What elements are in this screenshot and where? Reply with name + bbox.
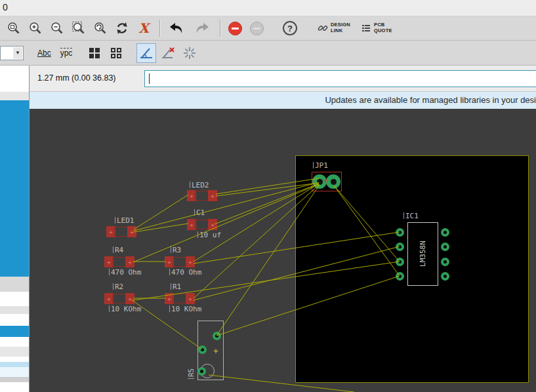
pcb-editor-window: 0 X <box>0 0 536 392</box>
redo-button[interactable] <box>190 18 214 38</box>
sidebar-row[interactable] <box>0 66 29 92</box>
zoom-redraw-icon <box>93 21 108 35</box>
sidebar-row[interactable] <box>0 314 29 326</box>
component-r2[interactable] <box>104 293 134 304</box>
zoom-select-button[interactable] <box>69 18 89 38</box>
show-names-toggle[interactable]: Abc <box>34 46 54 60</box>
go-disabled-icon <box>250 22 264 35</box>
zoom-in-icon <box>28 21 43 35</box>
go-button[interactable] <box>247 18 266 38</box>
through-hole-pad[interactable] <box>396 272 404 281</box>
sidebar-row[interactable] <box>0 382 29 392</box>
text-caret <box>149 73 150 84</box>
drill-hole <box>443 260 447 264</box>
sidebar-row[interactable] <box>0 357 29 362</box>
footprint-outline <box>112 257 127 267</box>
drill-hole <box>331 179 337 185</box>
undo-icon <box>168 21 185 35</box>
smd-pad[interactable] <box>125 256 134 267</box>
view-toolbar: ▼ Abc ypc <box>0 41 536 66</box>
redo-icon <box>194 21 211 35</box>
drill-hole <box>398 275 402 278</box>
help-button[interactable]: ? <box>280 18 300 38</box>
sidebar-row[interactable] <box>0 377 29 382</box>
zoom-in-button[interactable] <box>26 18 45 38</box>
through-hole-pad[interactable] <box>213 332 221 340</box>
through-hole-pad[interactable] <box>197 367 206 376</box>
sidebar-row[interactable] <box>0 337 29 347</box>
through-hole-pad[interactable] <box>396 258 404 266</box>
sidebar-row[interactable] <box>0 306 29 314</box>
smd-pad[interactable] <box>125 293 134 304</box>
footprint-outline <box>195 220 209 229</box>
library-update-banner: Updates are available for managed librar… <box>30 92 536 109</box>
component-c1[interactable] <box>187 219 217 230</box>
pcb-quote-label: PCB QUOTE <box>374 22 392 33</box>
show-values-toggle[interactable]: ypc <box>57 46 76 60</box>
smd-pad[interactable] <box>186 256 195 267</box>
layer-select[interactable]: ▼ <box>0 46 24 60</box>
sidebar-row[interactable] <box>0 92 29 100</box>
snap-mark-button[interactable] <box>180 43 199 63</box>
show-values-label: ypc <box>60 48 73 58</box>
through-hole-pad[interactable] <box>326 174 340 189</box>
sidebar-row[interactable] <box>0 277 29 292</box>
refresh-button[interactable] <box>112 18 132 38</box>
footprint-outline <box>195 191 209 201</box>
angle-snap-off-button[interactable] <box>158 43 178 63</box>
grid-alt-button[interactable] <box>106 43 126 63</box>
board-canvas[interactable]: LED2 C1 10 uf LED1 R4 470 Ohm <box>30 109 536 392</box>
angle-snap-on-button[interactable] <box>136 43 156 63</box>
sidebar-row[interactable] <box>0 292 29 306</box>
last-command-button[interactable]: X <box>134 18 154 38</box>
component-r3[interactable] <box>165 256 195 267</box>
sidebar-row[interactable] <box>0 367 29 377</box>
drill-hole <box>443 275 447 278</box>
component-value-label: 470 Ohm <box>169 268 201 277</box>
component-ref-label: R2 <box>113 283 123 291</box>
pcb-quote-button[interactable]: PCB QUOTE <box>356 18 398 38</box>
zoom-out-button[interactable] <box>47 18 67 38</box>
design-link-button[interactable]: DESIGN LINK <box>312 18 356 38</box>
component-ref-label: LED1 <box>115 216 134 225</box>
smd-pad[interactable] <box>208 219 217 230</box>
zoom-out-icon <box>50 21 64 35</box>
component-ref-label: R3 <box>171 246 181 254</box>
component-led2[interactable] <box>187 190 217 201</box>
grid-dots-icon <box>111 48 121 58</box>
command-input[interactable] <box>144 70 536 87</box>
drill-hole <box>398 245 402 248</box>
sidebar-selection[interactable] <box>0 326 29 337</box>
sidebar-row[interactable] <box>0 347 29 357</box>
left-panel <box>0 66 30 392</box>
through-hole-pad[interactable] <box>396 243 404 251</box>
component-value-label: 470 Ohm <box>109 268 141 277</box>
through-hole-pad[interactable] <box>441 258 449 266</box>
through-hole-pad[interactable] <box>441 228 449 237</box>
zoom-fit-button[interactable] <box>4 18 24 38</box>
smd-pad[interactable] <box>127 226 136 237</box>
drill-hole <box>215 334 218 338</box>
zoom-select-icon <box>72 21 86 35</box>
component-r1[interactable] <box>165 293 195 304</box>
stop-button[interactable] <box>225 18 245 38</box>
window-title-fragment: 0 <box>3 2 8 12</box>
sidebar-selection[interactable] <box>0 100 29 277</box>
component-ref-label: R4 <box>113 246 123 254</box>
zoom-redraw-button[interactable] <box>91 18 110 38</box>
through-hole-pad[interactable] <box>396 228 404 237</box>
through-hole-pad[interactable] <box>441 243 449 251</box>
smd-pad[interactable] <box>186 293 195 304</box>
undo-button[interactable] <box>165 18 188 38</box>
component-ref-label: R5 <box>187 368 196 379</box>
spark-icon <box>182 45 197 61</box>
through-hole-pad[interactable] <box>198 345 207 354</box>
smd-pad[interactable] <box>208 190 217 201</box>
angle-off-icon <box>160 45 176 61</box>
sidebar-row[interactable] <box>0 362 29 367</box>
grid-style-button[interactable] <box>85 43 104 63</box>
component-r4[interactable] <box>104 256 134 267</box>
component-led1[interactable] <box>106 226 136 237</box>
chi-icon: X <box>138 20 149 36</box>
through-hole-pad[interactable] <box>441 272 449 281</box>
